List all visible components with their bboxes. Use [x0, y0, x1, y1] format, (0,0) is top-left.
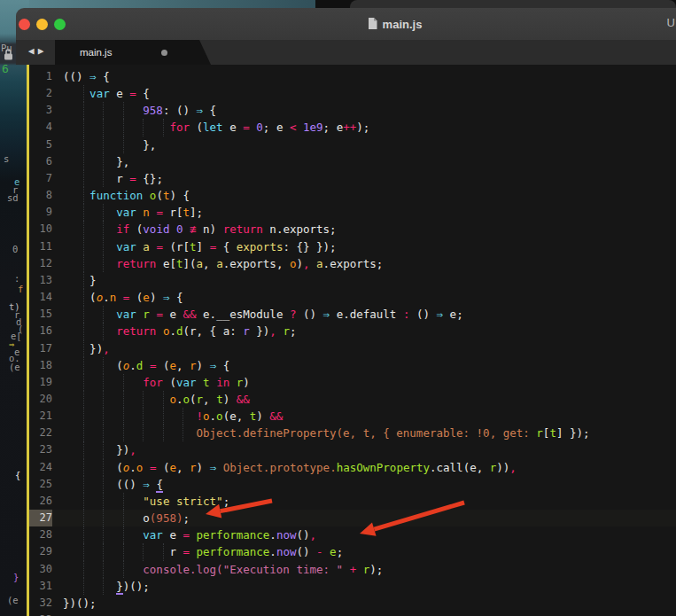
code-line[interactable]: 29 r = performance.now() - e;: [29, 543, 676, 560]
line-number[interactable]: 8: [29, 187, 52, 204]
line-number[interactable]: 23: [29, 441, 52, 458]
line-number[interactable]: 6: [29, 153, 52, 170]
line-number[interactable]: 28: [29, 526, 52, 543]
code-line[interactable]: 28 var e = performance.now(),: [29, 526, 676, 543]
code-line[interactable]: 11 var a = (r[t] = { exports: {} });: [29, 238, 676, 255]
code-line[interactable]: 17 }),: [29, 340, 676, 357]
code-token: .: [210, 409, 217, 423]
code-line[interactable]: 19 for (var t in r): [29, 374, 676, 391]
code-line[interactable]: 18 (o.d = (e, r) ⇒ {: [29, 357, 676, 374]
line-number[interactable]: 1: [29, 68, 52, 85]
indent-guide: [103, 136, 104, 153]
code-token: e: [116, 87, 129, 100]
code-line[interactable]: 25 (() ⇒ {: [29, 476, 676, 493]
bg-fragment: (e: [7, 596, 19, 605]
line-number[interactable]: 7: [29, 170, 52, 187]
indent-guide: [83, 510, 84, 526]
code-line[interactable]: 1(() ⇒ {: [29, 68, 676, 85]
code-line[interactable]: 12 return e[t](a, a.exports, o), a.expor…: [29, 255, 676, 272]
line-number[interactable]: 22: [29, 425, 52, 441]
code-token: ,: [103, 342, 110, 355]
tab-main-js[interactable]: main.js: [55, 40, 211, 65]
code-line[interactable]: 23 }),: [29, 441, 676, 458]
nav-forward-icon[interactable]: ▶: [38, 45, 48, 57]
code-line[interactable]: 20 o.o(r, t) &&: [29, 391, 676, 408]
code-token: },: [116, 155, 129, 168]
line-number[interactable]: 12: [29, 255, 52, 272]
line-number[interactable]: 2: [29, 85, 52, 102]
code-token: 958: [143, 104, 163, 117]
close-button[interactable]: [19, 19, 30, 30]
code-line[interactable]: 32})();: [29, 595, 676, 612]
code-line[interactable]: 31 })();: [29, 578, 676, 595]
code-line[interactable]: 5 },: [29, 136, 676, 153]
line-number[interactable]: 18: [29, 357, 52, 374]
line-number[interactable]: 10: [29, 221, 52, 238]
code-token: let: [203, 121, 229, 134]
code-token: =: [156, 206, 169, 219]
code-line[interactable]: 14 (o.n = (e) ⇒ {: [29, 289, 676, 306]
line-number[interactable]: 27: [29, 510, 52, 526]
code-line[interactable]: 6 },: [29, 153, 676, 170]
code-token: ) {: [169, 189, 190, 202]
line-number[interactable]: 21: [29, 408, 52, 425]
line-number[interactable]: 4: [29, 119, 52, 136]
line-number[interactable]: 33: [29, 612, 52, 616]
code-line[interactable]: 4 for (let e = 0; e < 1e9; e++);: [29, 119, 676, 136]
minimize-button[interactable]: [36, 19, 48, 30]
code-line[interactable]: 8 function o(t) {: [29, 187, 676, 204]
line-number[interactable]: 5: [29, 136, 52, 153]
line-number[interactable]: 9: [29, 204, 52, 221]
line-number[interactable]: 31: [29, 578, 52, 595]
indent-guide: [83, 170, 84, 187]
code-token: ): [243, 376, 250, 389]
line-number[interactable]: 19: [29, 374, 52, 391]
line-number[interactable]: 16: [29, 323, 52, 339]
indent-guide: [103, 357, 104, 374]
line-number[interactable]: 14: [29, 289, 52, 306]
code-line[interactable]: 30 console.log("Execution time: " + r);: [29, 561, 676, 578]
nav-back-icon[interactable]: ◀: [28, 45, 38, 57]
code-token: o: [216, 409, 223, 423]
code-line[interactable]: 16 return o.d(r, { a: r }), r;: [29, 323, 676, 339]
code-line[interactable]: 10 if (void 0 ≢ n) return n.exports;: [29, 221, 676, 238]
indent-guide: [163, 119, 164, 136]
line-number[interactable]: 26: [29, 493, 52, 510]
code-line[interactable]: 26 "use strict";: [29, 493, 676, 510]
code-line[interactable]: 3 958: () ⇒ {: [29, 102, 676, 119]
indent-guide: [83, 272, 84, 289]
code-line[interactable]: 9 var n = r[t];: [29, 204, 676, 221]
line-number[interactable]: 29: [29, 543, 52, 560]
code-token: =: [150, 461, 163, 474]
code-line[interactable]: 2 var e = {: [29, 85, 676, 102]
line-number[interactable]: 15: [29, 306, 52, 323]
code-token: },: [143, 138, 156, 152]
code-token: (): [303, 308, 323, 321]
code-line[interactable]: 15 var r = e && e.__esModule ? () ⇒ e.de…: [29, 306, 676, 323]
editor[interactable]: 1(() ⇒ {2 var e = {3 958: () ⇒ {4 for (l…: [29, 65, 676, 616]
indent-guide: [123, 425, 124, 441]
titlebar: main.js U: [16, 8, 676, 40]
line-number[interactable]: 25: [29, 476, 52, 493]
code-line[interactable]: 24 (o.o = (e, r) ⇒ Object.prototype.hasO…: [29, 459, 676, 476]
code-token: ,: [176, 461, 190, 474]
code-line[interactable]: 21 !o.o(e, t) &&: [29, 408, 676, 425]
code-line[interactable]: 22 Object.defineProperty(e, t, { enumera…: [29, 425, 676, 441]
code-line[interactable]: 33: [29, 612, 676, 616]
line-number[interactable]: 20: [29, 391, 52, 408]
line-number[interactable]: 13: [29, 272, 52, 289]
zoom-button[interactable]: [54, 19, 66, 30]
code-line[interactable]: 7 r = {};: [29, 170, 676, 187]
code-line[interactable]: 13 }: [29, 272, 676, 289]
line-number[interactable]: 17: [29, 340, 52, 357]
line-number[interactable]: 32: [29, 595, 52, 612]
code-line[interactable]: 27 o(958);: [29, 510, 676, 526]
line-number[interactable]: 3: [29, 102, 52, 119]
code-token: (: [197, 121, 204, 134]
code-token: .: [269, 545, 276, 558]
line-number[interactable]: 24: [29, 459, 52, 476]
code-token: var: [89, 87, 116, 100]
line-number[interactable]: 30: [29, 561, 52, 578]
line-number[interactable]: 11: [29, 238, 52, 255]
code-token: .call(e,: [430, 461, 490, 474]
